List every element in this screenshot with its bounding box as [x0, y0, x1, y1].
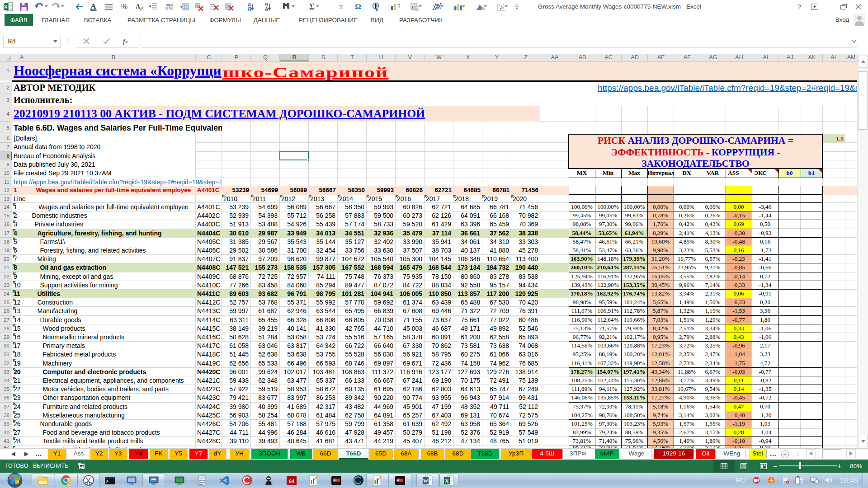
svg-text:?: ?	[397, 3, 400, 9]
svg-text:%: %	[121, 3, 127, 10]
svg-text:W: W	[423, 478, 428, 483]
svg-text:А: А	[265, 7, 268, 12]
svg-text:X: X	[445, 478, 449, 483]
svg-text:64: 64	[289, 479, 295, 484]
svg-text:u: u	[166, 3, 168, 7]
svg-text:u: u	[171, 3, 173, 7]
svg-text:Я: Я	[248, 7, 251, 12]
svg-text:A: A	[136, 3, 141, 10]
svg-text:A: A	[90, 2, 96, 10]
svg-text:Ω: Ω	[355, 2, 361, 11]
svg-text:Σ: Σ	[309, 2, 315, 11]
svg-text:π: π	[339, 2, 343, 11]
